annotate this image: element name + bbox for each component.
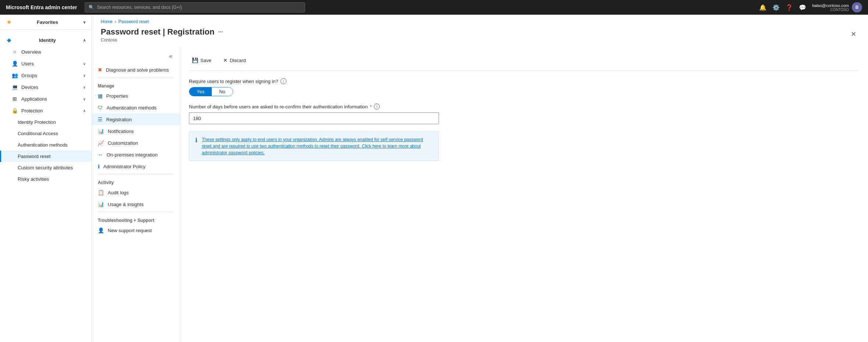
panel-nav-auth-methods[interactable]: 🛡 Authentication methods [92, 102, 180, 114]
discard-button[interactable]: ✕ Discard [220, 56, 249, 65]
close-icon[interactable]: ✕ [848, 27, 859, 41]
days-input[interactable] [189, 112, 439, 124]
star-icon: ★ [6, 19, 12, 25]
sidebar-item-password-reset[interactable]: Password reset [0, 151, 92, 162]
nav-divider-2 [98, 174, 174, 174]
more-icon[interactable]: ··· [218, 29, 223, 35]
sidebar-item-devices[interactable]: 💻 Devices ∨ [0, 81, 92, 93]
save-icon: 💾 [192, 57, 198, 63]
sidebar-item-groups[interactable]: 👥 Groups ∨ [0, 69, 92, 81]
required-star: * [370, 104, 372, 109]
require-register-label: Require users to register when signing i… [189, 78, 859, 84]
devices-chevron: ∨ [83, 85, 86, 89]
sidebar-divider [0, 29, 92, 30]
user-profile[interactable]: balas@contoso.com CONTOSO B [812, 2, 862, 12]
favorites-label: Favorites [37, 19, 58, 25]
settings-icon[interactable]: ⚙️ [772, 4, 780, 11]
nav-divider-1 [98, 77, 174, 78]
panel-content: 💾 Save ✕ Discard Require users to regist… [180, 47, 868, 342]
panel-nav-diagnose[interactable]: ✖ Diagnose and solve problems [92, 64, 180, 76]
info-box: ℹ These settings only apply to end users… [189, 132, 439, 161]
applications-icon: ⊞ [12, 96, 18, 102]
sidebar-section-favorites: ★ Favorites ∨ [0, 15, 92, 33]
collapse-button[interactable]: « [165, 50, 177, 62]
support-icon: 👤 [98, 227, 104, 233]
save-label: Save [200, 58, 211, 63]
user-email: balas@contoso.com [812, 3, 849, 8]
yes-no-toggle[interactable]: Yes No [189, 87, 233, 96]
main-layout: ★ Favorites ∨ ◈ Identity ∧ ○ Overview 👤 … [0, 15, 868, 342]
sidebar-item-overview[interactable]: ○ Overview [0, 46, 92, 58]
onprem-icon: ↔ [98, 152, 103, 158]
chevron-up-icon: ∧ [83, 38, 86, 42]
notifications-icon: 📊 [98, 128, 104, 134]
panel-layout: « ✖ Diagnose and solve problems Manage ▦… [92, 47, 868, 342]
protection-icon: 🔒 [12, 108, 18, 114]
sidebar: ★ Favorites ∨ ◈ Identity ∧ ○ Overview 👤 … [0, 15, 92, 342]
devices-label: Devices [21, 84, 38, 90]
sidebar-item-conditional-access[interactable]: Conditional Access [0, 128, 92, 139]
sidebar-item-custom-security[interactable]: Custom security attributes [0, 162, 92, 173]
no-option[interactable]: No [212, 87, 233, 96]
user-org: CONTOSO [812, 8, 849, 12]
yes-option[interactable]: Yes [189, 87, 212, 96]
days-info-icon[interactable]: i [374, 104, 380, 109]
audit-icon: 📋 [98, 190, 104, 195]
days-label-text: Number of days before users are asked to… [189, 104, 368, 109]
require-register-group: Require users to register when signing i… [189, 78, 859, 96]
groups-chevron: ∨ [83, 73, 86, 78]
panel-nav-onprem[interactable]: ↔ On-premises integration [92, 149, 180, 161]
sidebar-item-auth-methods[interactable]: Authentication methods [0, 139, 92, 151]
sidebar-identity[interactable]: ◈ Identity ∧ [0, 34, 92, 46]
info-box-text: These settings only apply to end users i… [202, 136, 433, 156]
panel-nav-admin-policy[interactable]: ℹ Administrator Policy [92, 161, 180, 172]
search-placeholder: Search resources, services, and docs (G+… [97, 5, 182, 10]
notification-icon[interactable]: 🔔 [759, 4, 767, 11]
page-title-text: Password reset | Registration [101, 27, 214, 37]
help-icon[interactable]: ❓ [786, 4, 793, 11]
devices-icon: 💻 [12, 84, 18, 90]
panel-nav-audit-logs[interactable]: 📋 Audit logs [92, 187, 180, 198]
search-bar[interactable]: 🔍 Search resources, services, and docs (… [85, 2, 305, 12]
protection-label: Protection [21, 108, 43, 114]
sidebar-favorites[interactable]: ★ Favorites ∨ [0, 16, 92, 28]
sidebar-item-identity-protection[interactable]: Identity Protection [0, 116, 92, 128]
sidebar-item-protection[interactable]: 🔒 Protection ∧ [0, 105, 92, 116]
panel-nav-support-request[interactable]: 👤 New support request [92, 224, 180, 236]
panel-nav-customization[interactable]: 📈 Customization [92, 137, 180, 149]
manage-section-label: Manage [92, 79, 180, 90]
sidebar-item-applications[interactable]: ⊞ Applications ∨ [0, 93, 92, 105]
protection-chevron: ∧ [83, 109, 86, 113]
sidebar-section-identity: ◈ Identity ∧ ○ Overview 👤 Users ∨ 👥 Grou… [0, 33, 92, 186]
overview-icon: ○ [12, 49, 18, 55]
breadcrumb-page: Password reset [118, 19, 149, 24]
chevron-icon: ∨ [83, 20, 86, 24]
applications-label: Applications [21, 96, 47, 102]
require-register-info-icon[interactable]: i [281, 78, 286, 84]
toolbar: 💾 Save ✕ Discard [189, 53, 859, 71]
applications-chevron: ∨ [83, 97, 86, 101]
save-button[interactable]: 💾 Save [189, 56, 214, 65]
panel-nav-properties[interactable]: ▦ Properties [92, 90, 180, 102]
users-chevron: ∨ [83, 62, 86, 66]
breadcrumb-separator: › [115, 19, 116, 24]
panel-nav: « ✖ Diagnose and solve problems Manage ▦… [92, 47, 180, 342]
info-box-icon: ℹ [195, 137, 197, 156]
sidebar-item-risky-activities[interactable]: Risky activities [0, 173, 92, 185]
content-area: Home › Password reset Password reset | R… [92, 15, 868, 342]
panel-nav-registration[interactable]: ☰ Registration [92, 114, 180, 125]
panel-nav-notifications[interactable]: 📊 Notifications [92, 125, 180, 137]
info-box-link[interactable]: These settings only apply to end users i… [202, 137, 423, 155]
days-label: Number of days before users are asked to… [189, 104, 859, 109]
activity-section-label: Activity [92, 176, 180, 187]
panel-nav-usage-insights[interactable]: 📊 Usage & insights [92, 198, 180, 210]
customization-icon: 📈 [98, 140, 104, 146]
page-title-area: Password reset | Registration ··· Contos… [101, 27, 223, 43]
diagnose-label: Diagnose and solve problems [106, 67, 169, 73]
feedback-icon[interactable]: 💬 [799, 4, 806, 11]
breadcrumb-home[interactable]: Home [101, 19, 112, 24]
registration-icon: ☰ [98, 116, 103, 122]
sidebar-item-users[interactable]: 👤 Users ∨ [0, 58, 92, 69]
troubleshoot-section-label: Troubleshooting + Support [92, 213, 180, 224]
identity-icon: ◈ [6, 37, 12, 43]
